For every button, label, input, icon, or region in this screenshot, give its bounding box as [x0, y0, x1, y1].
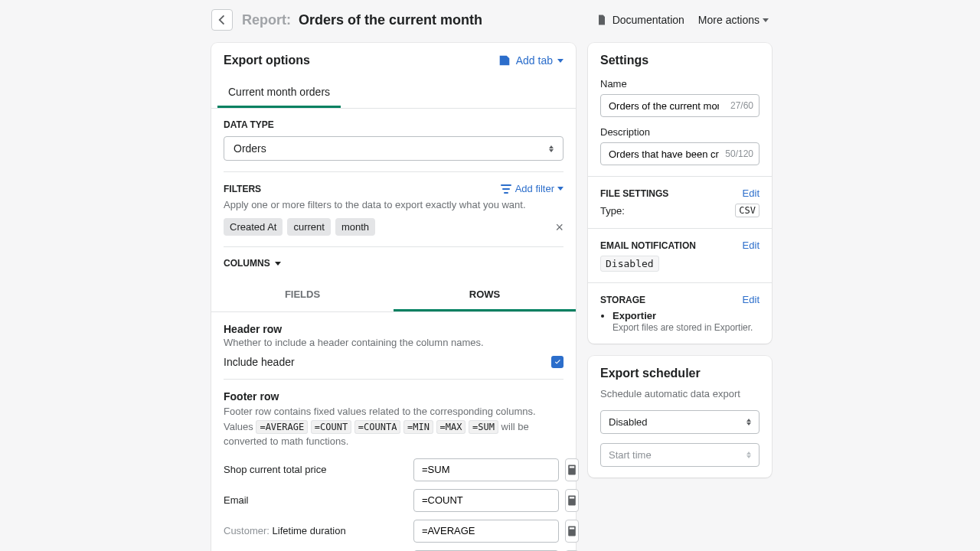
footer-row-input[interactable] [413, 458, 559, 481]
chevron-down-icon [557, 187, 564, 191]
data-type-label: DATA TYPE [224, 119, 564, 130]
filter-chip[interactable]: month [335, 218, 375, 236]
calculator-button[interactable] [565, 489, 579, 512]
calculator-icon [566, 464, 578, 476]
chevron-down-icon [275, 262, 281, 266]
footer-row-label: Email [224, 494, 407, 506]
filter-chip[interactable]: Created At [224, 218, 283, 236]
name-char-count: 27/60 [730, 100, 753, 111]
storage-label: STORAGE [600, 295, 645, 305]
filter-chip[interactable]: current [287, 218, 330, 236]
data-type-select[interactable]: Orders [224, 136, 564, 161]
file-type-label: Type: [600, 205, 625, 217]
footer-row-input[interactable] [413, 520, 559, 543]
columns-toggle[interactable]: COLUMNS [224, 258, 564, 269]
check-icon [554, 358, 562, 367]
scheduler-start-time-select[interactable]: Start time [600, 443, 760, 467]
scheduler-status-select[interactable]: Disabled [600, 410, 760, 434]
back-button[interactable] [211, 9, 233, 31]
header-row-desc: Whether to include a header containing t… [224, 337, 564, 348]
footer-row: Email [224, 489, 564, 512]
calculator-icon [566, 494, 578, 507]
footer-row: Customer: Lifetime duration [224, 520, 564, 543]
footer-row-title: Footer row [224, 390, 564, 403]
calculator-button[interactable] [565, 520, 579, 543]
select-toggle-icon [746, 452, 751, 458]
description-label: Description [600, 126, 760, 138]
scheduler-title: Export scheduler [600, 367, 760, 380]
title-prefix: Report: [242, 12, 291, 28]
email-notification-label: EMAIL NOTIFICATION [600, 240, 696, 251]
document-icon [596, 14, 608, 26]
edit-storage[interactable]: Edit [743, 294, 760, 305]
scheduler-desc: Schedule automatic data export [600, 388, 760, 399]
add-filter-button[interactable]: Add filter [500, 183, 564, 194]
filters-label: FILTERS [224, 184, 261, 194]
add-tab-button[interactable]: Add tab [498, 54, 564, 67]
tab-current-month-orders[interactable]: Current month orders [217, 78, 341, 108]
file-settings-label: FILE SETTINGS [600, 188, 668, 199]
select-toggle-icon [549, 145, 554, 152]
footer-row: Shop current total price [224, 458, 564, 481]
subtab-rows[interactable]: ROWS [394, 279, 576, 311]
chevron-down-icon [763, 18, 769, 22]
select-toggle-icon [746, 419, 751, 425]
add-tab-icon [498, 54, 511, 67]
header-row-title: Header row [224, 323, 564, 335]
edit-email-notification[interactable]: Edit [743, 240, 760, 251]
calculator-icon [566, 525, 578, 537]
filters-help: Apply one or more filters to the data to… [224, 199, 564, 210]
edit-file-settings[interactable]: Edit [743, 187, 760, 199]
calculator-button[interactable] [565, 458, 579, 481]
include-header-label: Include header [224, 356, 295, 368]
desc-char-count: 50/120 [725, 148, 753, 159]
remove-filter-button[interactable]: × [555, 220, 564, 234]
filter-icon [500, 184, 512, 194]
export-options-title: Export options [224, 54, 310, 67]
chevron-down-icon [557, 59, 564, 63]
more-actions-button[interactable]: More actions [698, 14, 769, 26]
settings-title: Settings [600, 54, 760, 67]
file-type-value: CSV [735, 204, 760, 217]
footer-row-label: Shop current total price [224, 464, 407, 475]
email-notification-value: Disabled [600, 256, 659, 272]
include-header-checkbox[interactable] [551, 356, 564, 368]
footer-row-desc: Footer row contains fixed values related… [224, 404, 564, 449]
documentation-link[interactable]: Documentation [596, 14, 684, 26]
page-title: Orders of the current month [299, 12, 482, 28]
arrow-left-icon [215, 13, 229, 27]
name-label: Name [600, 78, 760, 90]
subtab-fields[interactable]: FIELDS [211, 279, 394, 311]
footer-row-input[interactable] [413, 489, 559, 512]
footer-row-label: Customer: Lifetime duration [224, 525, 407, 536]
storage-item: Exportier Export files are stored in Exp… [612, 310, 760, 333]
